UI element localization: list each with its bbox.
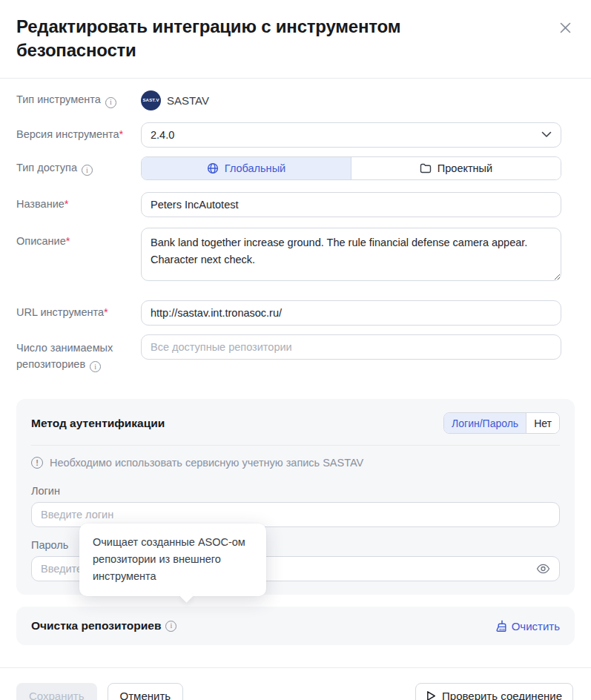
- auth-card-divider: [31, 445, 560, 446]
- broom-icon: [495, 620, 506, 633]
- auth-method-toggle: Логин/Пароль Нет: [443, 412, 560, 434]
- access-type-row: Тип доступа Глобальный Проектный: [0, 156, 591, 180]
- globe-icon: [207, 162, 219, 174]
- name-input[interactable]: [141, 192, 561, 217]
- version-select[interactable]: 2.4.0: [141, 122, 561, 148]
- tool-type-info-icon[interactable]: [105, 97, 116, 108]
- access-type-info-icon[interactable]: [82, 165, 93, 176]
- description-textarea[interactable]: Bank land together increase ground. The …: [141, 228, 561, 281]
- url-row: URL инструмента*: [0, 300, 591, 326]
- repos-label: Число занимаемых репозиториев: [16, 334, 141, 373]
- warning-icon: [31, 457, 43, 469]
- tool-type-label: Тип инструмента: [16, 92, 141, 108]
- description-row: Описание* Bank land together increase gr…: [0, 228, 591, 284]
- toggle-password-visibility-button[interactable]: [535, 561, 551, 577]
- tool-type-name: SASTAV: [167, 94, 209, 107]
- modal-footer: Сохранить Отменить Проверить соединение: [0, 668, 591, 700]
- version-select-value: 2.4.0: [151, 129, 174, 141]
- name-row: Название*: [0, 192, 591, 217]
- tool-type-value: SAST.V SASTAV: [141, 90, 561, 110]
- cancel-button[interactable]: Отменить: [108, 683, 184, 700]
- close-button[interactable]: [557, 19, 573, 36]
- close-icon: [560, 22, 571, 33]
- login-label: Логин: [31, 485, 560, 497]
- tool-type-row: Тип инструмента SAST.V SASTAV: [0, 90, 591, 110]
- folder-icon: [420, 163, 432, 174]
- cleanup-title: Очистка репозиториев: [31, 619, 161, 633]
- access-global-option[interactable]: Глобальный: [142, 157, 351, 179]
- test-connection-button[interactable]: Проверить соединение: [415, 683, 573, 700]
- modal-title: Редактировать интеграцию с инструментом …: [16, 15, 506, 63]
- repos-row: Число занимаемых репозиториев: [0, 334, 591, 373]
- auth-method-title: Метод аутентификации: [31, 417, 165, 430]
- chevron-down-icon: [541, 131, 552, 138]
- repos-input[interactable]: [141, 334, 561, 360]
- name-label: Название*: [16, 197, 141, 213]
- cleanup-info-icon[interactable]: [165, 621, 176, 632]
- version-label: Версия инструмента*: [16, 127, 141, 143]
- eye-icon: [536, 564, 550, 574]
- version-row: Версия инструмента* 2.4.0: [0, 122, 591, 148]
- edit-integration-modal: Редактировать интеграцию с инструментом …: [0, 0, 591, 700]
- auth-none-option[interactable]: Нет: [526, 413, 559, 433]
- cleanup-button[interactable]: Очистить: [495, 620, 560, 633]
- play-icon: [426, 690, 436, 700]
- auth-notice: Необходимо использовать сервисную учетну…: [31, 457, 560, 469]
- cleanup-card: Очистка репозиториев Очистить: [16, 607, 575, 645]
- url-label: URL инструмента*: [16, 305, 141, 321]
- save-button[interactable]: Сохранить: [16, 683, 97, 700]
- sastav-logo-icon: SAST.V: [141, 90, 161, 110]
- url-input[interactable]: [141, 300, 561, 326]
- repos-info-icon[interactable]: [90, 361, 101, 372]
- access-type-toggle: Глобальный Проектный: [141, 156, 561, 180]
- access-project-option[interactable]: Проектный: [351, 157, 561, 179]
- auth-login-password-option[interactable]: Логин/Пароль: [444, 413, 526, 433]
- description-label: Описание*: [16, 228, 141, 250]
- modal-header: Редактировать интеграцию с инструментом …: [0, 0, 591, 78]
- access-type-label: Тип доступа: [16, 160, 141, 176]
- cleanup-tooltip: Очищает созданные ASOC-ом репозитории из…: [79, 524, 266, 596]
